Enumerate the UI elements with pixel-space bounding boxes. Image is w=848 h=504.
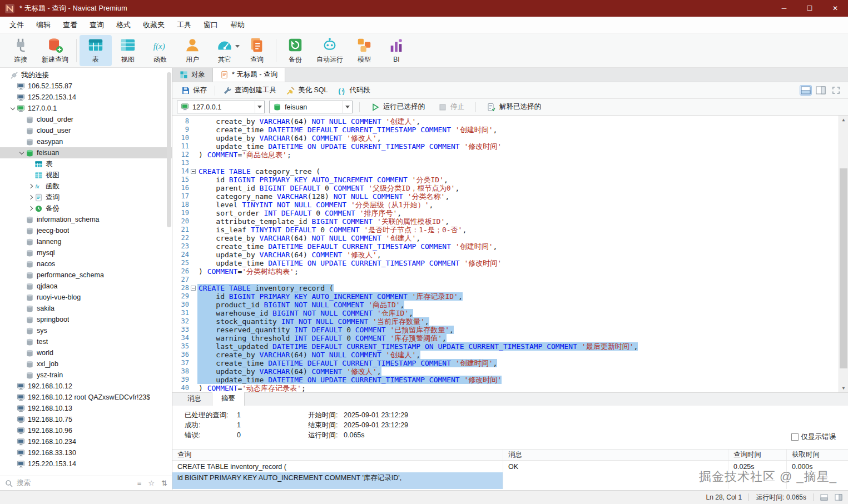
menu-item-2[interactable]: 查看 <box>57 17 83 33</box>
tree-item[interactable]: cloud_order <box>0 114 172 125</box>
pane-right-icon[interactable] <box>835 494 842 501</box>
results-column-header[interactable]: 消息 <box>503 450 728 460</box>
split-horizontal-icon[interactable] <box>800 86 811 95</box>
toolbar-new-query-button[interactable]: 新建查询 <box>37 35 73 66</box>
toolbar-bi-button[interactable]: BI <box>380 35 413 66</box>
editor-line-8[interactable]: 8 create_by VARCHAR(64) NOT NULL COMMENT… <box>172 117 848 126</box>
sidebar-search[interactable]: 搜索 ≡ ☆ ⇅ <box>0 476 172 490</box>
toolbar-automation-button[interactable]: 自动运行 <box>311 35 348 66</box>
sidebar-scrollbar[interactable] <box>167 72 171 227</box>
tree-root-my-connections[interactable]: 我的连接 <box>0 69 172 81</box>
toolbar-view-button[interactable]: 视图 <box>112 35 144 66</box>
maximize-button[interactable]: ☐ <box>797 0 822 17</box>
chevron-right-icon[interactable] <box>28 195 33 199</box>
editor-line-13[interactable]: 13 <box>172 159 848 167</box>
toolbar-function-button[interactable]: f(x)函数 <box>144 35 176 66</box>
tree-item[interactable]: world <box>0 347 172 358</box>
editor-line-16[interactable]: 16 parent_id BIGINT DEFAULT 0 COMMENT '父… <box>172 184 848 192</box>
fullscreen-icon[interactable] <box>830 86 841 95</box>
tree-item[interactable]: 192.168.10.234 <box>0 436 172 447</box>
editor-line-36[interactable]: 36 create_by VARCHAR(64) NOT NULL COMMEN… <box>172 351 848 359</box>
tree-item[interactable]: fx函数 <box>0 181 172 192</box>
tree-item[interactable]: test <box>0 336 172 347</box>
menu-item-4[interactable]: 格式 <box>110 17 137 33</box>
editor-line-15[interactable]: 15 id BIGINT PRIMARY KEY AUTO_INCREMENT … <box>172 176 848 184</box>
result-tab-0[interactable]: 消息 <box>178 392 211 406</box>
toolbar-others-button[interactable]: 其它 <box>209 35 241 66</box>
close-button[interactable]: ✕ <box>822 0 848 17</box>
run-selected-button[interactable]: 运行已选择的 <box>366 101 429 113</box>
toolbar-model-button[interactable]: 模型 <box>348 35 380 66</box>
results-row[interactable]: CREATE TABLE inventory_record (OK0.025s0… <box>172 461 848 472</box>
database-select[interactable]: feisuan <box>269 101 353 113</box>
tree-item[interactable]: 127.0.0.1 <box>0 103 172 114</box>
editor-line-26[interactable]: 26) COMMENT='分类树结构表'; <box>172 267 848 276</box>
connection-select[interactable]: 127.0.0.1 <box>177 101 265 113</box>
fold-marker-icon[interactable] <box>191 286 196 291</box>
sort-icon[interactable]: ⇅ <box>161 479 167 487</box>
scroll-up-icon[interactable]: ▲ <box>839 116 848 124</box>
tree-item[interactable]: 192.168.10.12 <box>0 381 172 392</box>
tree-item[interactable]: performance_schema <box>0 270 172 281</box>
tree-item[interactable]: 106.52.155.87 <box>0 81 172 92</box>
tree-item[interactable]: sys <box>0 325 172 336</box>
only-show-errors-checkbox[interactable]: 仅显示错误 <box>791 432 836 442</box>
tree-item[interactable]: 192.168.10.96 <box>0 425 172 436</box>
save-button[interactable]: 保存 <box>177 84 211 97</box>
editor-line-39[interactable]: 39 update_time DATETIME ON UPDATE CURREN… <box>172 376 848 384</box>
chevron-right-icon[interactable] <box>28 184 33 188</box>
editor-line-28[interactable]: 28CREATE TABLE inventory_record ( <box>172 284 848 292</box>
code-snippet-button[interactable]: ( ) 代码段 <box>334 84 375 97</box>
editor-line-22[interactable]: 22 create_by VARCHAR(64) NOT NULL COMMEN… <box>172 234 848 242</box>
editor-line-34[interactable]: 34 warning_threshold INT DEFAULT 0 COMME… <box>172 334 848 342</box>
editor-line-33[interactable]: 33 reserved_quantity INT DEFAULT 0 COMME… <box>172 326 848 334</box>
menu-item-0[interactable]: 文件 <box>3 17 30 33</box>
editor-line-32[interactable]: 32 stock_quantity INT NOT NULL COMMENT '… <box>172 317 848 326</box>
editor-line-23[interactable]: 23 create_time DATETIME DEFAULT CURRENT_… <box>172 242 848 251</box>
tree-item[interactable]: 192.168.10.12 root QAZxswEDCvfr!23$ <box>0 392 172 403</box>
editor-line-37[interactable]: 37 create_time DATETIME DEFAULT CURRENT_… <box>172 359 848 367</box>
split-vertical-icon[interactable] <box>815 86 826 95</box>
menu-item-1[interactable]: 编辑 <box>30 17 57 33</box>
tree-item[interactable]: springboot <box>0 314 172 325</box>
toolbar-table-button[interactable]: 表 <box>80 35 112 66</box>
editor-line-20[interactable]: 20 attribute_template_id BIGINT COMMENT … <box>172 217 848 226</box>
editor-line-14[interactable]: 14CREATE TABLE category_tree ( <box>172 167 848 176</box>
tree-item[interactable]: sakila <box>0 303 172 314</box>
minimize-button[interactable]: ─ <box>771 0 797 17</box>
beautify-sql-button[interactable]: 美化 SQL <box>282 84 333 97</box>
editor-line-25[interactable]: 25 update_time DATETIME ON UPDATE CURREN… <box>172 259 848 267</box>
tree-item[interactable]: 192.168.10.75 <box>0 414 172 425</box>
menu-item-7[interactable]: 窗口 <box>197 17 224 33</box>
tree-item[interactable]: 备份 <box>0 203 172 214</box>
editor-line-12[interactable]: 12) COMMENT='商品信息表'; <box>172 151 848 159</box>
tree-item[interactable]: mysql <box>0 247 172 258</box>
toolbar-backup-button[interactable]: 备份 <box>279 35 311 66</box>
tree-item[interactable]: 视图 <box>0 169 172 181</box>
menu-item-6[interactable]: 工具 <box>171 17 197 33</box>
editor-line-18[interactable]: 18 level TINYINT NOT NULL COMMENT '分类层级（… <box>172 201 848 209</box>
tree-item[interactable]: jeecg-boot <box>0 225 172 236</box>
tree-item[interactable]: lanneng <box>0 236 172 247</box>
editor-scrollbar[interactable]: ▲ ▼ <box>839 116 848 392</box>
filter-icon[interactable]: ≡ <box>137 479 142 487</box>
result-tab-1[interactable]: 摘要 <box>212 392 245 406</box>
scrollbar-thumb[interactable] <box>840 168 847 368</box>
tree-item[interactable]: 查询 <box>0 192 172 203</box>
chevron-right-icon[interactable] <box>28 206 33 211</box>
sql-editor[interactable]: 8 create_by VARCHAR(64) NOT NULL COMMENT… <box>172 116 848 392</box>
scroll-down-icon[interactable]: ▼ <box>839 384 848 392</box>
chevron-down-icon[interactable] <box>11 105 15 109</box>
pane-bottom-icon[interactable] <box>820 494 828 501</box>
toolbar-user-button[interactable]: 用户 <box>176 35 209 66</box>
results-column-header[interactable]: 获取时间 <box>787 450 848 460</box>
menu-item-3[interactable]: 查询 <box>83 17 110 33</box>
editor-line-10[interactable]: 10 update_by VARCHAR(64) COMMENT '修改人', <box>172 134 848 142</box>
editor-line-29[interactable]: 29 id BIGINT PRIMARY KEY AUTO_INCREMENT … <box>172 292 848 301</box>
tree-item[interactable]: xxl_job <box>0 358 172 370</box>
results-row-partial[interactable]: id BIGINT PRIMARY KEY AUTO_INCREMENT COM… <box>172 472 848 489</box>
stop-button[interactable]: 停止 <box>434 101 469 113</box>
editor-line-24[interactable]: 24 update_by VARCHAR(64) COMMENT '修改人', <box>172 251 848 259</box>
editor-line-31[interactable]: 31 warehouse_id BIGINT NOT NULL COMMENT … <box>172 309 848 317</box>
editor-line-19[interactable]: 19 sort_order INT DEFAULT 0 COMMENT '排序序… <box>172 209 848 217</box>
